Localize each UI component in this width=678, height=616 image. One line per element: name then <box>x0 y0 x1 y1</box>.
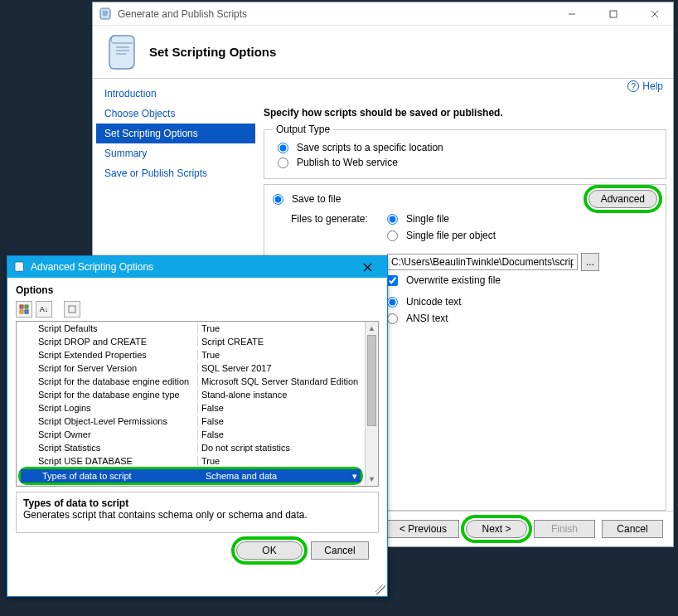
nav-summary[interactable]: Summary <box>96 143 255 163</box>
radio-save-location[interactable] <box>278 143 288 153</box>
grid-row[interactable]: Script Object-Level PermissionsFalse <box>17 415 365 428</box>
wizard-title: Generate and Publish Scripts <box>118 8 549 20</box>
maximize-button[interactable] <box>595 2 632 26</box>
output-type-group: Output Type Save scripts to a specific l… <box>264 124 666 179</box>
files-to-generate-label: Files to generate: <box>291 213 382 225</box>
radio-unicode[interactable] <box>387 297 398 308</box>
scroll-up-icon[interactable]: ▲ <box>366 322 378 335</box>
script-icon <box>99 7 113 21</box>
next-button[interactable]: Next > <box>466 520 527 538</box>
description-title: Types of data to script <box>23 497 371 509</box>
browse-button[interactable]: ... <box>581 253 599 271</box>
finish-button[interactable]: Finish <box>534 520 595 538</box>
grid-key: Script Logins <box>36 403 198 413</box>
grid-row[interactable]: Script USE DATABASETrue <box>17 454 365 468</box>
svg-rect-3 <box>20 310 23 313</box>
grid-value: Schema and data <box>202 471 352 481</box>
overwrite-label: Overwrite existing file <box>406 274 501 286</box>
previous-button[interactable]: < Previous <box>387 520 459 538</box>
radio-single-file-label: Single file <box>406 213 449 225</box>
svg-rect-5 <box>69 306 75 313</box>
nav-introduction[interactable]: Introduction <box>96 84 255 104</box>
radio-publish-web-label: Publish to Web service <box>297 157 398 168</box>
radio-unicode-label: Unicode text <box>406 296 462 308</box>
close-button[interactable] <box>637 2 673 26</box>
grid-key: Script Defaults <box>36 323 198 333</box>
grid-value: Stand-alone instance <box>198 390 365 400</box>
help-link[interactable]: ? Help <box>627 80 663 92</box>
categorized-view-button[interactable] <box>16 301 32 318</box>
nav-choose-objects[interactable]: Choose Objects <box>96 104 255 124</box>
radio-save-to-file[interactable] <box>273 194 283 205</box>
chevron-down-icon[interactable]: ▾ <box>352 471 361 482</box>
advanced-button[interactable]: Advanced <box>588 190 657 208</box>
grid-row[interactable]: Script DefaultsTrue <box>17 322 365 335</box>
grid-value: Microsoft SQL Server Standard Edition <box>198 376 365 386</box>
radio-ansi[interactable] <box>387 313 398 324</box>
radio-single-file-per-object[interactable] <box>387 230 398 241</box>
dialog-icon <box>14 261 26 273</box>
alphabetical-view-button[interactable]: A↓ <box>36 301 52 318</box>
ok-button[interactable]: OK <box>236 541 303 560</box>
grid-row[interactable]: Script StatisticsDo not script statistic… <box>17 441 365 454</box>
nav-set-scripting-options[interactable]: Set Scripting Options <box>96 124 255 143</box>
radio-single-file-per-object-label: Single file per object <box>406 230 496 241</box>
options-header: Options <box>16 284 379 296</box>
grid-value: True <box>198 350 365 360</box>
property-pages-button[interactable] <box>64 301 80 318</box>
radio-publish-web[interactable] <box>278 158 288 168</box>
grid-key: Script for Server Version <box>36 363 198 373</box>
grid-value: False <box>198 416 365 426</box>
resize-grip[interactable] <box>375 584 385 594</box>
description-panel: Types of data to script Generates script… <box>16 492 379 533</box>
grid-value: True <box>198 323 365 333</box>
file-path-input[interactable] <box>387 254 578 270</box>
grid-key: Script for the database engine type <box>36 390 198 400</box>
svg-rect-1 <box>20 305 23 308</box>
radio-save-location-label: Save scripts to a specific location <box>297 142 443 153</box>
grid-key: Script Extended Properties <box>36 350 198 360</box>
scroll-down-icon[interactable]: ▼ <box>366 473 378 486</box>
description-body: Generates script that contains schema on… <box>23 509 308 521</box>
grid-row[interactable]: Script for the database engine typeStand… <box>17 388 365 401</box>
grid-row[interactable]: Script for the database engine editionMi… <box>17 375 365 388</box>
dialog-cancel-button[interactable]: Cancel <box>311 541 369 560</box>
grid-row[interactable]: Script OwnerFalse <box>17 428 365 441</box>
property-grid[interactable]: Script DefaultsTrueScript DROP and CREAT… <box>16 321 379 487</box>
nav-save-or-publish[interactable]: Save or Publish Scripts <box>96 163 255 183</box>
grid-value: SQL Server 2017 <box>198 363 365 373</box>
help-icon: ? <box>627 80 639 92</box>
advanced-dialog: Advanced Scripting Options Options A↓ Sc… <box>7 255 388 597</box>
minimize-button[interactable] <box>554 2 590 26</box>
dialog-title: Advanced Scripting Options <box>31 261 346 273</box>
grid-row[interactable]: Script for Server VersionSQL Server 2017 <box>17 361 365 375</box>
dialog-titlebar: Advanced Scripting Options <box>7 256 387 278</box>
radio-single-file[interactable] <box>387 214 398 225</box>
grid-key: Script for the database engine edition <box>36 376 198 386</box>
script-large-icon <box>106 34 139 70</box>
dialog-close-button[interactable] <box>351 257 384 277</box>
svg-rect-0 <box>610 11 617 17</box>
grid-row[interactable]: Script LoginsFalse <box>17 401 365 415</box>
grid-key: Script DROP and CREATE <box>36 337 198 347</box>
overwrite-checkbox[interactable] <box>387 275 398 286</box>
grid-key: Script Owner <box>36 429 198 439</box>
help-label: Help <box>642 80 663 92</box>
grid-key: Script USE DATABASE <box>36 456 198 466</box>
grid-value: Script CREATE <box>198 337 365 347</box>
grid-row[interactable]: Script Extended PropertiesTrue <box>17 348 365 361</box>
scroll-thumb[interactable] <box>367 335 376 426</box>
grid-value: False <box>198 403 365 413</box>
grid-key: Types of data to script <box>41 471 202 481</box>
instruction-text: Specify how scripts should be saved or p… <box>264 107 666 119</box>
grid-value: True <box>198 456 365 466</box>
grid-value: Do not script statistics <box>198 443 365 453</box>
wizard-titlebar: Generate and Publish Scripts <box>93 2 673 26</box>
grid-row[interactable]: Types of data to scriptSchema and data ▾ <box>21 469 361 483</box>
grid-category-row[interactable]: ▾Table/View Options <box>17 485 365 486</box>
radio-ansi-label: ANSI text <box>406 313 448 324</box>
svg-rect-4 <box>25 310 28 313</box>
grid-scrollbar[interactable]: ▲ ▼ <box>365 322 378 486</box>
cancel-button[interactable]: Cancel <box>602 520 663 538</box>
grid-row[interactable]: Script DROP and CREATEScript CREATE <box>17 335 365 348</box>
